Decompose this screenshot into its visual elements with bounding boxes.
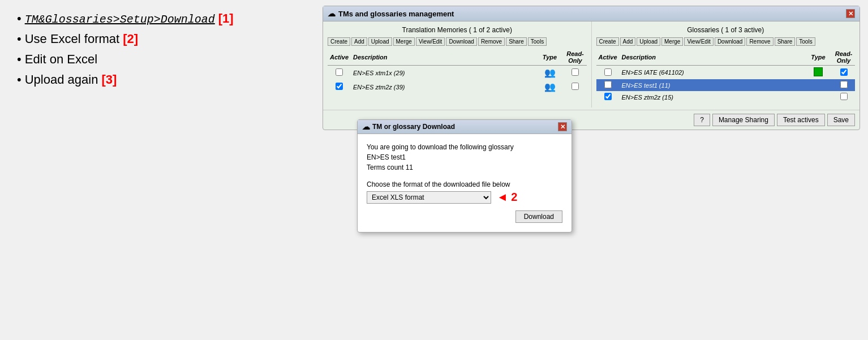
table-row: EN>ES IATE (641102) [596, 66, 856, 80]
gl-btn-remove[interactable]: Remove [746, 37, 773, 46]
gl-row2-type [804, 79, 832, 91]
tm-section-header: Translation Memories ( 1 of 2 active) [328, 26, 587, 34]
gl-row2-readonly[interactable] [832, 79, 855, 91]
main-dialog-titlebar: ☁ TMs and glossaries management ✕ [323, 6, 860, 21]
tm-row2-readonly[interactable] [564, 80, 587, 94]
table-row: EN>ES xtm1x (29) 👥 [328, 66, 587, 80]
glossary-section: Glossaries ( 1 of 3 active) Create Add U… [592, 21, 860, 107]
table-row: EN>ES ztm2z (39) 👥 [328, 80, 587, 94]
tm-row1-readonly[interactable] [564, 66, 587, 80]
gl-col-type: Type [804, 49, 832, 66]
tm-btn-viewedit[interactable]: View/Edit [416, 37, 445, 46]
gl-row2-checkbox[interactable] [604, 81, 612, 88]
gl-row2-desc: EN>ES test1 (11) [620, 79, 804, 91]
tm-row1-checkbox[interactable] [336, 68, 343, 76]
tm-row2-desc: EN>ES ztm2z (39) [351, 80, 535, 94]
gl-row3-readonly[interactable] [832, 91, 855, 103]
gl-btn-merge[interactable]: Merge [661, 37, 683, 46]
tm-btn-remove[interactable]: Remove [478, 37, 505, 46]
gl-row1-checkbox[interactable] [604, 68, 612, 76]
tm-btn-download[interactable]: Download [446, 37, 476, 46]
gl-row1-readonly[interactable] [832, 66, 855, 80]
tm-row2-type: 👥 [536, 80, 564, 94]
gl-row2-active[interactable] [596, 79, 620, 91]
gl-row1-readonly-checkbox[interactable] [840, 68, 848, 76]
gl-row2-readonly-checkbox[interactable] [840, 81, 848, 88]
list-item-3: • Edit on Excel [17, 52, 311, 67]
test-actives-button[interactable]: Test actives [777, 114, 825, 126]
bullet-4: • [17, 72, 22, 87]
gl-btn-add[interactable]: Add [620, 37, 636, 46]
download-body-line3: Terms count 11 [367, 163, 562, 171]
manage-sharing-button[interactable]: Manage Sharing [712, 114, 775, 126]
gl-row1-type [804, 66, 832, 80]
bullet-1: • [17, 11, 22, 26]
tm-row1-active[interactable] [328, 66, 351, 80]
tm-people-icon-1: 👥 [544, 68, 556, 78]
download-cloud-icon: ☁ [362, 122, 370, 131]
glossary-toolbar: Create Add Upload Merge View/Edit Downlo… [596, 37, 856, 46]
download-btn-row: Download [367, 210, 562, 223]
list-label-3: Edit on Excel [25, 52, 97, 67]
tm-col-type: Type [536, 49, 564, 66]
gl-row1-active[interactable] [596, 66, 620, 80]
tm-people-icon-2: 👥 [544, 82, 556, 92]
list-item-1: • TM&Glossaries>Setup>Download [1] [17, 11, 311, 26]
gl-btn-tools[interactable]: Tools [796, 37, 815, 46]
gl-row3-type [804, 91, 832, 103]
gl-row3-checkbox[interactable] [604, 93, 612, 100]
cloud-icon: ☁ [328, 9, 336, 18]
gl-btn-create[interactable]: Create [596, 37, 619, 46]
main-dialog-close[interactable]: ✕ [846, 9, 855, 18]
main-dialog: ☁ TMs and glossaries management ✕ Transl… [323, 6, 860, 130]
tm-row2-checkbox[interactable] [336, 83, 343, 90]
main-dialog-title: ☁ TMs and glossaries management [328, 9, 454, 18]
bullet-2: • [17, 32, 22, 46]
gl-btn-upload[interactable]: Upload [637, 37, 660, 46]
tm-row1-desc: EN>ES xtm1x (29) [351, 66, 535, 80]
list-item-4: • Upload again [3] [17, 72, 311, 87]
gl-row3-active[interactable] [596, 91, 620, 103]
bullet-3: • [17, 52, 22, 67]
arrow-2-indicator: ◄ 2 [497, 191, 517, 204]
tm-btn-merge[interactable]: Merge [393, 37, 415, 46]
download-body-line2: EN>ES test1 [367, 153, 562, 161]
tm-row1-readonly-checkbox[interactable] [571, 68, 579, 76]
tm-row1-type: 👥 [536, 66, 564, 80]
format-dropdown-row: Excel XLS format TMX format Tab delimite… [367, 191, 562, 204]
download-body-line1: You are going to download the following … [367, 143, 562, 151]
tm-btn-tools[interactable]: Tools [528, 37, 547, 46]
list-item-2: • Use Excel format [2] [17, 32, 311, 46]
gl-btn-download[interactable]: Download [715, 37, 745, 46]
download-dialog: ☁ TM or glossary Download ✕ You are goin… [357, 119, 572, 233]
gl-col-readonly: Read-Only [832, 49, 855, 66]
ref-num-3: [3] [101, 72, 117, 87]
download-dialog-title: ☁ TM or glossary Download [362, 122, 455, 131]
gl-btn-share[interactable]: Share [775, 37, 796, 46]
tm-btn-share[interactable]: Share [506, 37, 527, 46]
tm-row2-readonly-checkbox[interactable] [571, 83, 579, 90]
tm-col-readonly: Read-Only [564, 49, 587, 66]
format-label: Choose the format of the downloaded file… [367, 180, 562, 188]
gl-col-active: Active [596, 49, 620, 66]
save-button[interactable]: Save [827, 114, 855, 126]
tm-btn-add[interactable]: Add [351, 37, 367, 46]
gl-row3-desc: EN>ES ztm2z (15) [620, 91, 804, 103]
gl-row3-readonly-checkbox[interactable] [840, 93, 848, 100]
tm-col-active: Active [328, 49, 351, 66]
download-button[interactable]: Download [515, 210, 562, 223]
format-section: Choose the format of the downloaded file… [367, 180, 562, 204]
format-select[interactable]: Excel XLS format TMX format Tab delimite… [367, 191, 491, 204]
tm-toolbar: Create Add Upload Merge View/Edit Downlo… [328, 37, 587, 46]
download-dialog-close[interactable]: ✕ [558, 122, 567, 131]
ref-num-2: [2] [123, 32, 138, 46]
ref-num-1: [1] [218, 11, 234, 26]
gl-btn-viewedit[interactable]: View/Edit [684, 37, 714, 46]
tm-btn-upload[interactable]: Upload [368, 37, 392, 46]
tm-row2-active[interactable] [328, 80, 351, 94]
table-row[interactable]: EN>ES test1 (11) [596, 79, 856, 91]
tm-table: Active Description Type Read-Only EN>ES … [328, 49, 587, 94]
tm-col-desc: Description [351, 49, 535, 66]
tm-btn-create[interactable]: Create [328, 37, 350, 46]
help-button[interactable]: ? [694, 114, 710, 126]
